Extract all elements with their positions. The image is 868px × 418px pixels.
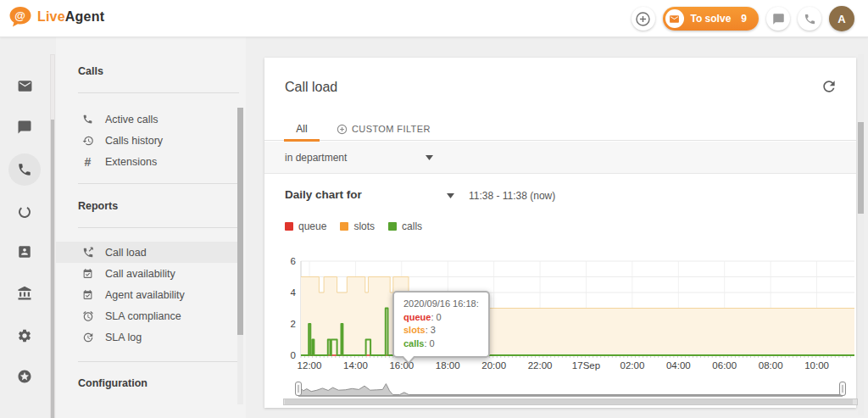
to-solve-button[interactable]: To solve 9 [663, 7, 759, 31]
call-load-card: Call load All CUSTOM FILTER in departmen… [264, 58, 856, 408]
menu-item-call-load[interactable]: Call load [56, 242, 241, 263]
hash-icon: # [81, 155, 94, 168]
avatar[interactable]: A [829, 6, 854, 31]
time-range-label: 11:38 - 11:38 (now) [469, 190, 555, 202]
top-bar: @ LiveAgent To solve 9 [0, 0, 868, 37]
phone-icon [804, 13, 816, 25]
svg-text:10:00: 10:00 [804, 360, 829, 371]
menu-item-call-availability[interactable]: Call availability [56, 263, 241, 284]
menu-item-extensions[interactable]: # Extensions [56, 151, 241, 172]
chart-horizontal-scrollbar[interactable] [283, 398, 858, 405]
menu-scrollbar-thumb[interactable] [237, 108, 243, 335]
top-bar-actions: To solve 9 A [632, 0, 854, 37]
tab-all[interactable]: All [284, 117, 320, 141]
chart-plot-area[interactable]: 12:0014:0016:0018:0020:0022:0017Sep02:00… [285, 253, 856, 373]
svg-text:14:00: 14:00 [343, 360, 368, 371]
menu-item-label: Calls history [105, 135, 163, 147]
menu-item-calls-history[interactable]: Calls history [56, 130, 241, 151]
tab-bar: All CUSTOM FILTER [264, 117, 856, 141]
logo-bubble-icon: @ [8, 6, 32, 28]
rail-contacts-button[interactable] [15, 242, 34, 261]
svg-text:2: 2 [291, 319, 296, 329]
legend-label: slots [353, 220, 375, 232]
legend-item-queue[interactable]: queue [285, 220, 326, 232]
menu-item-sla-compliance[interactable]: SLA compliance [56, 305, 241, 326]
rail-scrollbar[interactable] [50, 54, 55, 418]
svg-text:20:00: 20:00 [481, 360, 506, 371]
calls-button[interactable] [798, 7, 821, 31]
slots-swatch [340, 222, 348, 231]
menu-item-sla-log[interactable]: SLA log [56, 326, 241, 348]
menu-item-label: SLA compliance [105, 310, 181, 322]
chart-range-navigator[interactable] [285, 380, 856, 398]
tab-custom-filter[interactable]: CUSTOM FILTER [337, 117, 431, 141]
rail-star-button[interactable] [15, 367, 34, 386]
chat-icon [17, 120, 32, 135]
rail-company-button[interactable] [15, 284, 34, 303]
calls-swatch [388, 222, 397, 231]
svg-text:0: 0 [291, 350, 296, 360]
svg-text:12:00: 12:00 [298, 360, 322, 371]
chart-svg: 12:0014:0016:0018:0020:0022:0017Sep02:00… [285, 253, 856, 373]
legend-item-slots[interactable]: slots [340, 220, 375, 232]
navigator-svg [285, 380, 856, 398]
logo[interactable]: @ LiveAgent [8, 6, 104, 28]
rail-calls-button[interactable] [15, 160, 34, 179]
divider [78, 227, 239, 228]
department-filter-dropdown[interactable]: in department [264, 142, 856, 174]
rail-settings-button[interactable] [15, 326, 34, 345]
nav-handle-right[interactable] [840, 382, 846, 396]
plus-circle-icon [635, 11, 651, 27]
tooltip-row-slots: slots: 3 [403, 324, 479, 337]
to-solve-label: To solve [691, 13, 732, 25]
menu-scrollbar[interactable] [237, 108, 243, 404]
legend-item-calls[interactable]: calls [388, 220, 422, 232]
chart-legend: queue slots calls [285, 220, 422, 232]
add-button[interactable] [632, 7, 655, 31]
menu-heading-calls: Calls [78, 65, 103, 77]
menu-item-label: Call load [105, 247, 147, 259]
svg-text:02:00: 02:00 [620, 360, 645, 371]
chart-hscroll-thumb[interactable] [285, 399, 853, 404]
page-scrollbar[interactable] [858, 54, 864, 415]
page-title: Call load [285, 80, 337, 95]
icon-rail [0, 37, 49, 418]
divider [78, 361, 239, 362]
history-icon [81, 134, 94, 147]
queue-swatch [285, 222, 293, 231]
calendar-check-icon [81, 267, 94, 280]
refresh-button[interactable] [821, 78, 837, 95]
menu-item-agent-availability[interactable]: Agent availability [56, 284, 241, 305]
phone-icon [17, 162, 32, 177]
rail-loader-button[interactable] [15, 203, 34, 221]
star-icon [17, 369, 32, 384]
menu-heading-reports: Reports [78, 200, 118, 212]
chat-icon [772, 13, 785, 25]
chats-button[interactable] [766, 7, 790, 31]
chevron-down-icon [426, 155, 433, 160]
plus-circle-icon [337, 124, 348, 135]
nav-handle-left[interactable] [296, 382, 302, 396]
call-load-icon [81, 246, 94, 259]
tab-label: CUSTOM FILTER [352, 124, 431, 134]
divider [78, 183, 239, 184]
bank-icon [17, 286, 32, 301]
rail-tickets-button[interactable] [15, 76, 34, 95]
divider [78, 92, 239, 93]
logo-text: LiveAgent [37, 9, 104, 25]
rail-scrollbar-thumb[interactable] [51, 120, 54, 418]
calendar-check-icon [81, 288, 94, 301]
contacts-icon [17, 244, 32, 259]
chevron-down-icon[interactable] [447, 193, 454, 198]
svg-text:@: @ [14, 9, 25, 22]
menu-item-active-calls[interactable]: Active calls [56, 109, 241, 130]
svg-text:08:00: 08:00 [759, 360, 783, 371]
svg-text:18:00: 18:00 [436, 360, 460, 371]
rail-chats-button[interactable] [15, 118, 34, 137]
daily-chart-for-dropdown[interactable]: Daily chart for [285, 188, 362, 201]
page-scrollbar-thumb[interactable] [858, 122, 864, 214]
menu-item-label: Agent availability [105, 289, 185, 301]
chart-tooltip: 2020/09/16 16:18: queue: 0 slots: 3 call… [392, 291, 490, 358]
clock-refresh-icon [81, 331, 94, 343]
phone-icon [81, 113, 94, 125]
